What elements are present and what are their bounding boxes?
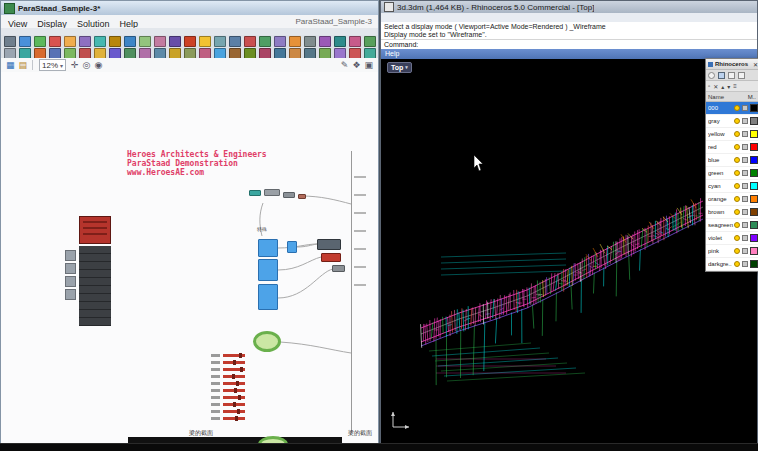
layer-row[interactable]: darkgre.. bbox=[706, 258, 758, 271]
layer-visibility-icon[interactable] bbox=[734, 157, 740, 163]
sketch-icon[interactable]: ✎ bbox=[341, 59, 349, 71]
layer-visibility-icon[interactable] bbox=[734, 209, 740, 215]
layer-lock-icon[interactable] bbox=[742, 105, 748, 111]
component-icon[interactable] bbox=[169, 36, 181, 47]
slider-track[interactable] bbox=[223, 389, 245, 392]
slider-handle[interactable] bbox=[239, 353, 242, 358]
move-up-icon[interactable]: ▴ bbox=[721, 83, 724, 90]
move-down-icon[interactable]: ▾ bbox=[727, 83, 730, 90]
slider-handle[interactable] bbox=[236, 381, 239, 386]
component-icon[interactable] bbox=[154, 36, 166, 47]
component-icon[interactable] bbox=[214, 36, 226, 47]
component-icon[interactable] bbox=[244, 36, 256, 47]
slider-track[interactable] bbox=[223, 354, 245, 357]
layer-lock-icon[interactable] bbox=[742, 170, 748, 176]
dock-item[interactable] bbox=[79, 310, 111, 318]
layer-visibility-icon[interactable] bbox=[734, 144, 740, 150]
slider-handle[interactable] bbox=[233, 360, 236, 365]
dock-item[interactable] bbox=[79, 302, 111, 310]
layer-lock-icon[interactable] bbox=[742, 144, 748, 150]
component-icon[interactable] bbox=[109, 36, 121, 47]
zoom-control[interactable]: 12% ▾ bbox=[39, 59, 66, 71]
layer-lock-icon[interactable] bbox=[742, 222, 748, 228]
number-slider[interactable] bbox=[211, 408, 251, 415]
slider-track[interactable] bbox=[223, 417, 245, 420]
dock-item[interactable] bbox=[79, 294, 111, 302]
node-component[interactable] bbox=[264, 189, 280, 196]
layer-color-swatch[interactable] bbox=[750, 156, 758, 164]
blue-panel-component[interactable] bbox=[258, 259, 278, 281]
layer-color-swatch[interactable] bbox=[750, 260, 758, 268]
dock-item[interactable] bbox=[79, 246, 111, 254]
blue-panel-component[interactable] bbox=[258, 284, 278, 310]
layer-lock-icon[interactable] bbox=[742, 157, 748, 163]
save-icon[interactable]: ▦ bbox=[6, 59, 15, 71]
zoom-extents-icon[interactable]: ◎ bbox=[83, 59, 91, 71]
slider-track[interactable] bbox=[223, 403, 245, 406]
help-menu-bar[interactable]: Help bbox=[381, 49, 757, 59]
layer-lock-icon[interactable] bbox=[742, 131, 748, 137]
slider-handle[interactable] bbox=[240, 367, 243, 372]
layer-row[interactable]: cyan bbox=[706, 180, 758, 193]
layer-row[interactable]: green bbox=[706, 167, 758, 180]
number-slider[interactable] bbox=[211, 359, 251, 366]
tab-help[interactable] bbox=[738, 72, 745, 79]
viewport-title-chip[interactable]: Top ▾ bbox=[387, 62, 412, 73]
layer-visibility-icon[interactable] bbox=[734, 170, 740, 176]
component-icon[interactable] bbox=[304, 36, 316, 47]
taskbar[interactable] bbox=[0, 443, 758, 451]
layer-visibility-icon[interactable] bbox=[734, 222, 740, 228]
layer-lock-icon[interactable] bbox=[742, 183, 748, 189]
gray-component[interactable] bbox=[332, 265, 345, 272]
dock-icon[interactable] bbox=[65, 276, 76, 287]
component-icon[interactable] bbox=[19, 36, 31, 47]
layer-lock-icon[interactable] bbox=[742, 261, 748, 267]
layer-row[interactable]: red bbox=[706, 141, 758, 154]
slider-handle[interactable] bbox=[235, 416, 238, 421]
new-layer-icon[interactable]: ▫ bbox=[708, 83, 710, 89]
layer-row[interactable]: yellow bbox=[706, 128, 758, 141]
gray-component[interactable] bbox=[317, 239, 341, 250]
component-icon[interactable] bbox=[274, 36, 286, 47]
gh-menu-view[interactable]: View bbox=[3, 19, 32, 29]
layer-row[interactable]: blue bbox=[706, 154, 758, 167]
close-icon[interactable]: ✕ bbox=[753, 61, 758, 68]
gh-menu-display[interactable]: Display bbox=[32, 19, 72, 29]
layer-lock-icon[interactable] bbox=[742, 248, 748, 254]
component-icon[interactable] bbox=[79, 36, 91, 47]
number-slider[interactable] bbox=[211, 380, 251, 387]
component-icon[interactable] bbox=[94, 36, 106, 47]
pan-icon[interactable]: ✛ bbox=[71, 59, 79, 71]
component-icon[interactable] bbox=[199, 36, 211, 47]
node-component[interactable] bbox=[298, 194, 306, 199]
delete-layer-icon[interactable]: ✕ bbox=[713, 83, 718, 90]
layer-visibility-icon[interactable] bbox=[734, 118, 740, 124]
layer-visibility-icon[interactable] bbox=[734, 235, 740, 241]
layer-lock-icon[interactable] bbox=[742, 118, 748, 124]
layer-row[interactable]: 000 bbox=[706, 102, 758, 115]
component-icon[interactable] bbox=[64, 36, 76, 47]
green-cluster-component[interactable] bbox=[253, 331, 281, 352]
layer-row[interactable]: seagreen bbox=[706, 219, 758, 232]
gh-canvas[interactable]: Heroes Architects & Engineers ParaStaad … bbox=[1, 72, 378, 443]
layer-visibility-icon[interactable] bbox=[734, 105, 740, 111]
layer-visibility-icon[interactable] bbox=[734, 183, 740, 189]
component-icon[interactable] bbox=[49, 36, 61, 47]
layer-color-swatch[interactable] bbox=[750, 143, 758, 151]
component-icon[interactable] bbox=[4, 36, 16, 47]
layer-row[interactable]: pink bbox=[706, 245, 758, 258]
layer-color-swatch[interactable] bbox=[750, 169, 758, 177]
dock-icon[interactable] bbox=[65, 263, 76, 274]
layer-lock-icon[interactable] bbox=[742, 235, 748, 241]
dock-icon[interactable] bbox=[65, 289, 76, 300]
layer-color-swatch[interactable] bbox=[750, 208, 758, 216]
layer-color-swatch[interactable] bbox=[750, 117, 758, 125]
component-icon[interactable] bbox=[184, 36, 196, 47]
slider-track[interactable] bbox=[223, 396, 245, 399]
number-slider[interactable] bbox=[211, 387, 251, 394]
open-folder-icon[interactable]: ▤ bbox=[19, 59, 28, 71]
layer-row[interactable]: orange bbox=[706, 193, 758, 206]
layer-color-swatch[interactable] bbox=[750, 234, 758, 242]
settings-icon[interactable]: ▣ bbox=[364, 59, 373, 71]
slider-handle[interactable] bbox=[237, 409, 240, 414]
